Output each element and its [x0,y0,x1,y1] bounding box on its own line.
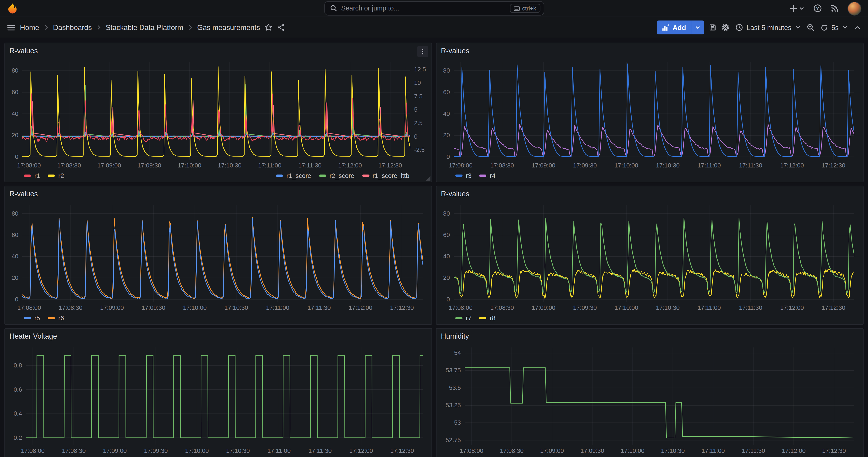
user-avatar[interactable] [847,1,862,16]
panel-menu-button[interactable] [417,46,428,57]
panel-chart[interactable]: 52.755353.2553.553.755417:08:0017:08:301… [437,343,862,455]
clock-icon [735,23,743,32]
legend-item-r1[interactable]: r1 [24,172,40,179]
svg-text:17:08:00: 17:08:00 [460,447,483,454]
news-button[interactable] [830,4,839,13]
panel-chart[interactable]: 02040608017:08:0017:08:3017:09:0017:09:3… [437,201,862,312]
svg-text:17:12:00: 17:12:00 [338,162,362,169]
svg-text:17:11:00: 17:11:00 [266,304,289,311]
panel-chart[interactable]: 0.20.40.60.817:08:0017:08:3017:09:0017:0… [6,343,430,455]
legend-item-r2[interactable]: r2 [48,172,64,179]
svg-text:12.5: 12.5 [414,66,426,73]
add-dropdown-caret[interactable] [690,21,704,34]
legend-swatch [48,175,55,177]
panel-title[interactable]: R-values [441,189,469,198]
svg-text:5: 5 [414,106,417,113]
svg-text:53: 53 [454,419,461,426]
panel-title[interactable]: Humidity [441,332,469,340]
svg-text:0: 0 [15,153,19,160]
svg-text:80: 80 [443,210,450,217]
svg-text:17:08:00: 17:08:00 [449,304,473,311]
favorite-button[interactable] [265,23,273,32]
svg-text:54: 54 [454,349,461,356]
add-panel-button[interactable]: Add [657,21,704,34]
share-button[interactable] [277,23,285,32]
panel-chart[interactable]: 02040608017:08:0017:08:3017:09:0017:09:3… [437,58,862,170]
time-range-picker[interactable]: Last 5 minutes [734,23,802,32]
legend-swatch [455,175,463,177]
svg-text:17:09:00: 17:09:00 [100,304,124,311]
panel-title[interactable]: R-values [9,46,38,55]
legend-item-r4[interactable]: r4 [479,172,496,179]
zoom-out-time-button[interactable] [806,23,815,32]
legend-label: r4 [490,172,495,179]
svg-text:0.6: 0.6 [13,386,22,393]
search-placeholder: Search or jump to... [341,4,506,12]
svg-text:17:11:00: 17:11:00 [702,447,725,454]
refresh-icon [820,24,828,31]
legend-item-r5[interactable]: r5 [24,315,40,322]
search-icon [330,4,337,12]
breadcrumb-folder[interactable]: Stackable Data Platform [106,23,183,32]
breadcrumb-home[interactable]: Home [20,23,39,32]
panel-title[interactable]: R-values [9,189,38,198]
legend-swatch [276,175,283,177]
svg-text:40: 40 [443,110,450,117]
breadcrumb-dashboards[interactable]: Dashboards [53,23,92,32]
help-button[interactable]: ? [813,4,822,13]
panel-title[interactable]: Heater Voltage [9,332,57,340]
search-input[interactable]: Search or jump to... ctrl+k [324,1,544,16]
save-icon [708,23,717,32]
panel-chart[interactable]: 02040608017:08:0017:08:3017:09:0017:09:3… [6,201,430,312]
legend-label: r3 [466,172,471,179]
svg-text:17:10:00: 17:10:00 [185,447,209,454]
svg-text:10: 10 [414,79,421,86]
legend-item-r6[interactable]: r6 [48,315,64,322]
svg-text:2.5: 2.5 [414,120,423,126]
grafana-logo-icon[interactable] [7,3,19,14]
legend-item-r1_score[interactable]: r1_score [276,172,311,179]
svg-text:17:09:00: 17:09:00 [532,304,555,311]
svg-text:17:08:00: 17:08:00 [17,304,41,311]
legend-label: r2_score [330,172,354,179]
panel-title[interactable]: R-values [441,46,469,55]
svg-text:20: 20 [11,274,19,281]
legend-item-r2_score[interactable]: r2_score [319,172,354,179]
star-icon [265,23,273,32]
panel-r-values-0: R-values02040608017:08:0017:08:3017:09:0… [4,42,432,182]
legend-item-r7[interactable]: r7 [455,315,472,322]
add-new-button[interactable] [789,4,805,12]
graph-add-icon [661,24,669,31]
svg-text:17:10:00: 17:10:00 [178,162,201,169]
panel-chart[interactable]: 02040608017:08:0017:08:3017:09:0017:09:3… [6,58,430,170]
menu-toggle-button[interactable] [7,23,16,32]
svg-text:17:12:00: 17:12:00 [782,447,805,454]
save-dashboard-button[interactable] [708,23,717,32]
dashboard-settings-button[interactable] [721,23,729,32]
svg-text:17:08:30: 17:08:30 [490,162,514,169]
svg-text:17:10:00: 17:10:00 [614,304,638,311]
chevron-down-icon [842,24,848,30]
help-icon: ? [813,4,822,13]
grafana-dashboard: Search or jump to... ctrl+k [0,0,868,457]
svg-text:0.2: 0.2 [13,434,22,441]
svg-text:17:10:30: 17:10:30 [656,162,680,169]
search-shortcut-badge: ctrl+k [510,4,540,13]
refresh-button[interactable]: 5s [819,24,849,31]
svg-text:17:10:30: 17:10:30 [226,447,250,454]
svg-text:17:12:00: 17:12:00 [780,304,804,311]
svg-text:52.75: 52.75 [445,436,461,444]
panel-r-values-1: R-values02040608017:08:0017:08:3017:09:0… [436,42,864,182]
legend-swatch [455,317,463,319]
svg-text:53.5: 53.5 [449,384,461,391]
legend-item-r1_score_lttb[interactable]: r1_score_lttb [362,172,409,179]
legend-label: r1 [34,172,40,179]
time-range-label: Last 5 minutes [746,24,792,31]
legend-item-r8[interactable]: r8 [479,315,496,322]
breadcrumb-current-dashboard[interactable]: Gas measurements [197,23,260,32]
svg-text:17:10:30: 17:10:30 [656,304,680,311]
legend-item-r3[interactable]: r3 [455,172,472,179]
svg-text:17:12:30: 17:12:30 [390,447,414,454]
panel-legend: r3r4 [437,170,863,182]
collapse-toolbar-button[interactable] [854,24,861,31]
